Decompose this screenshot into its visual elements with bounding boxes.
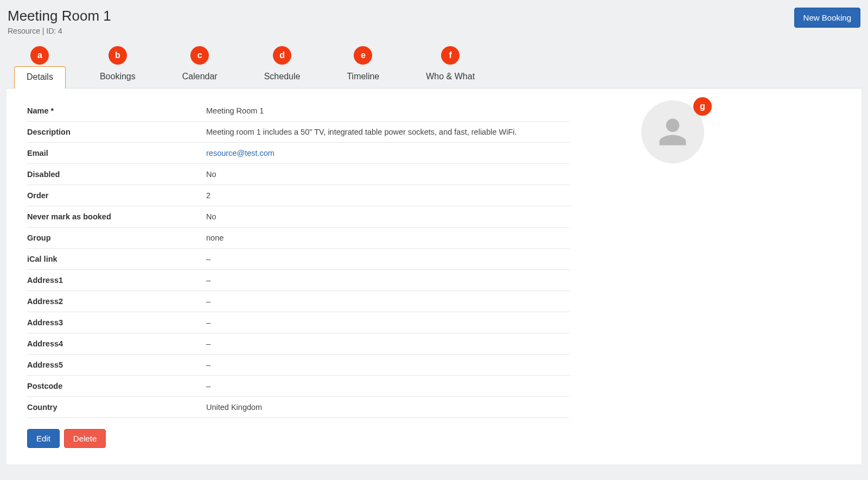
detail-row: Postcode–	[27, 376, 570, 397]
detail-label: Postcode	[27, 382, 206, 390]
detail-label: Disabled	[27, 170, 206, 179]
detail-label: Order	[27, 191, 206, 200]
detail-label: Address4	[27, 339, 206, 348]
detail-row: Address1–	[27, 270, 570, 291]
detail-label: Description	[27, 128, 206, 136]
tab-wrap: eTimeline	[334, 66, 392, 88]
detail-label: Group	[27, 233, 206, 242]
detail-value: 2	[206, 191, 570, 200]
detail-row: Groupnone	[27, 228, 570, 249]
detail-value: –	[206, 361, 570, 369]
detail-value: No	[206, 170, 570, 179]
detail-row: Address5–	[27, 355, 570, 376]
detail-value: Meeting Room 1	[206, 106, 570, 115]
page-title: Meeting Room 1	[8, 8, 111, 24]
detail-value: –	[206, 297, 570, 306]
tab-calendar[interactable]: Calendar	[170, 66, 230, 88]
detail-label: Address3	[27, 318, 206, 327]
detail-row: Emailresource@test.com	[27, 143, 570, 164]
detail-value: Meeting room 1 includes a 50" TV, integr…	[206, 128, 570, 136]
detail-value: resource@test.com	[206, 149, 570, 157]
detail-row: DisabledNo	[27, 164, 570, 185]
person-icon	[656, 116, 689, 148]
detail-value: –	[206, 339, 570, 348]
detail-value: none	[206, 233, 570, 242]
new-booking-button[interactable]: New Booking	[794, 8, 860, 28]
tab-schedule[interactable]: Schedule	[252, 66, 313, 88]
delete-button[interactable]: Delete	[64, 429, 106, 448]
tab-badge: d	[273, 46, 291, 65]
tab-details[interactable]: Details	[14, 66, 66, 89]
detail-label: Address2	[27, 297, 206, 306]
avatar-wrap: g	[641, 100, 704, 163]
page-header: Meeting Room 1 Resource | ID: 4 New Book…	[7, 5, 861, 42]
detail-value: United Kingdom	[206, 403, 570, 412]
detail-label: iCal link	[27, 255, 206, 263]
detail-label: Address1	[27, 276, 206, 285]
tab-wrap: aDetails	[14, 66, 66, 88]
tab-timeline[interactable]: Timeline	[334, 66, 392, 88]
detail-row: Address3–	[27, 312, 570, 333]
details-list: Name *Meeting Room 1DescriptionMeeting r…	[27, 100, 570, 448]
detail-value: No	[206, 212, 570, 221]
detail-label: Country	[27, 403, 206, 412]
tab-wrap: dSchedule	[252, 66, 313, 88]
page-subtitle: Resource | ID: 4	[8, 27, 111, 35]
detail-row: Never mark as bookedNo	[27, 206, 570, 228]
detail-label: Address5	[27, 361, 206, 369]
tab-badge: c	[190, 46, 209, 65]
tab-bookings[interactable]: Bookings	[87, 66, 148, 88]
detail-label: Email	[27, 149, 206, 157]
detail-row: iCal link–	[27, 249, 570, 270]
detail-row: Order2	[27, 185, 570, 206]
detail-row: Address2–	[27, 291, 570, 312]
detail-value: –	[206, 255, 570, 263]
tab-wrap: bBookings	[87, 66, 148, 88]
edit-button[interactable]: Edit	[27, 429, 60, 448]
detail-value: –	[206, 318, 570, 327]
detail-row: Name *Meeting Room 1	[27, 100, 570, 122]
details-card: Name *Meeting Room 1DescriptionMeeting r…	[7, 89, 861, 464]
tab-badge: e	[354, 46, 372, 65]
detail-label: Name *	[27, 106, 206, 115]
avatar-badge: g	[693, 97, 712, 116]
detail-value: –	[206, 276, 570, 285]
detail-row: DescriptionMeeting room 1 includes a 50"…	[27, 122, 570, 143]
tabs-row: aDetailsbBookingscCalendardScheduleeTime…	[7, 66, 861, 89]
tab-badge: a	[30, 46, 49, 65]
tab-badge: b	[108, 46, 127, 65]
tab-wrap: fWho & What	[413, 66, 487, 88]
tab-wrap: cCalendar	[170, 66, 230, 88]
action-row: EditDelete	[27, 429, 570, 448]
detail-label: Never mark as booked	[27, 212, 206, 221]
tab-badge: f	[441, 46, 459, 65]
side-column: g	[591, 100, 754, 448]
detail-row: CountryUnited Kingdom	[27, 397, 570, 418]
detail-value: –	[206, 382, 570, 390]
email-link[interactable]: resource@test.com	[206, 149, 275, 157]
detail-row: Address4–	[27, 333, 570, 355]
tab-who-what[interactable]: Who & What	[413, 66, 487, 88]
